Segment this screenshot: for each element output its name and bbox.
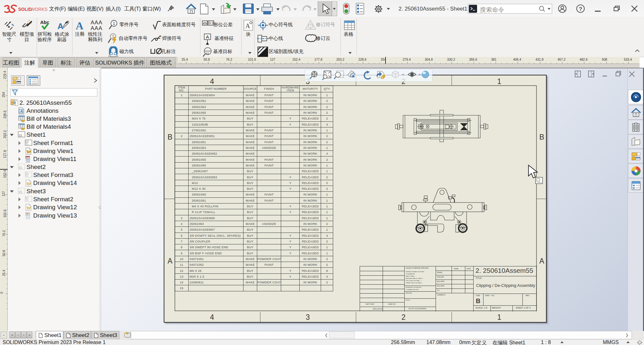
- svg-text:1: 1: [310, 24, 312, 29]
- svg-text:0.3: 0.3: [209, 21, 213, 25]
- svg-text:A: A: [245, 22, 250, 29]
- svg-text:AAA: AAA: [91, 19, 102, 26]
- svg-text:A1: A1: [206, 52, 209, 55]
- svg-text:SOLID: SOLID: [18, 7, 32, 12]
- svg-text:WORKS: WORKS: [31, 7, 48, 12]
- svg-text:A: A: [57, 21, 64, 31]
- svg-text:AAA: AAA: [91, 25, 102, 31]
- svg-text:?: ?: [579, 6, 582, 12]
- svg-text:1: 1: [113, 21, 115, 26]
- svg-text:A: A: [20, 109, 23, 113]
- svg-text:A: A: [206, 34, 209, 40]
- svg-text:A: A: [76, 20, 84, 31]
